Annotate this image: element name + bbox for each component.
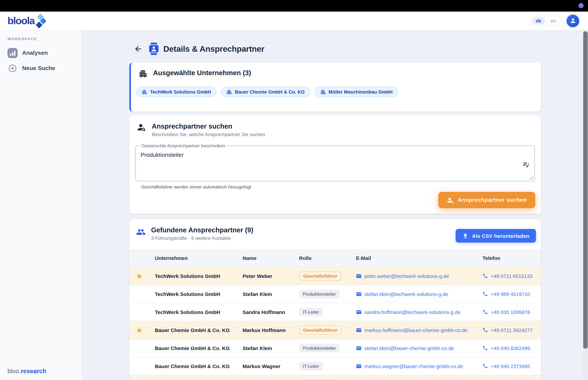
column-header: Unternehmen bbox=[149, 255, 236, 261]
table-row: ★ Bauer Chemie GmbH & Co. KG Markus Hoff… bbox=[129, 321, 541, 339]
contact-search-title: Ansprechpartner suchen bbox=[152, 122, 265, 130]
table-row: ★ Bauer Chemie GmbH & Co. KG Stefan Klei… bbox=[129, 339, 541, 357]
email-icon bbox=[356, 273, 362, 279]
email-text: markus.wagner@bauer-chemie-gmbh-co.de bbox=[364, 363, 463, 369]
cell-name: Stefan Klein bbox=[236, 291, 293, 297]
table-row: ★ TechWerk Solutions GmbH Peter Weber Ge… bbox=[129, 267, 541, 285]
contact-badge-icon bbox=[149, 42, 159, 55]
cell-company: TechWerk Solutions GmbH bbox=[149, 309, 236, 315]
search-field-value: Produktionsleiter bbox=[141, 152, 530, 158]
contact-search-card: Ansprechpartner suchen Beschreiben Sie, … bbox=[129, 115, 541, 214]
email-text: stefan.klein@techwerk-solutions-g.de bbox=[364, 291, 448, 297]
selected-companies-header: Ausgewählte Unternehmen (3) bbox=[135, 69, 535, 78]
phone-link[interactable]: +49 040 8362499 bbox=[476, 345, 541, 351]
email-icon bbox=[356, 345, 362, 351]
company-chip[interactable]: Bauer Chemie GmbH & Co. KG bbox=[221, 87, 310, 97]
email-link[interactable]: stefan.klein@techwerk-solutions-g.de bbox=[350, 291, 476, 297]
search-contacts-button[interactable]: Ansprechpartner suchen bbox=[438, 192, 535, 208]
role-badge: Produktionsleiter bbox=[299, 344, 340, 352]
phone-link[interactable]: +49 0711 3924277 bbox=[476, 327, 541, 333]
phone-icon bbox=[482, 309, 488, 315]
edit-note-icon[interactable] bbox=[522, 161, 530, 168]
lang-option-en[interactable]: en bbox=[547, 17, 560, 24]
phone-link[interactable]: +49 030 1095878 bbox=[476, 309, 541, 315]
star-icon: ★ bbox=[129, 326, 149, 334]
scrollbar-track bbox=[583, 30, 588, 380]
language-toggle: de | en bbox=[530, 16, 561, 26]
phone-link[interactable]: +49 069 4519710 bbox=[476, 291, 541, 297]
contacts-table: Unternehmen Name Rolle E-Mail Telefon ★ … bbox=[129, 249, 541, 380]
logo-diamonds-icon bbox=[35, 13, 47, 28]
email-text: markus.hoffmann@bauer-chemie-gmbh-co.de bbox=[364, 327, 468, 333]
bloola-logo[interactable]: bloola bbox=[7, 13, 47, 28]
role-badge: IT-Leiter bbox=[299, 308, 323, 316]
bar-chart-icon bbox=[7, 48, 18, 58]
sidebar-item-label: Neue Suche bbox=[22, 65, 55, 72]
cell-role: IT-Leiter bbox=[293, 362, 350, 370]
cell-name: Peter Weber bbox=[236, 273, 293, 279]
results-card: Gefundene Ansprechpartner (9) 3 Führungs… bbox=[129, 219, 541, 380]
download-csv-button-label: Als CSV herunterladen bbox=[472, 233, 530, 239]
phone-link[interactable]: +49 040 2373485 bbox=[476, 363, 541, 369]
arrow-left-icon bbox=[134, 44, 143, 53]
email-icon bbox=[356, 327, 362, 333]
cell-company: Bauer Chemie GmbH & Co. KG bbox=[149, 363, 236, 369]
results-subtitle: 3 Führungskräfte · 6 weitere Kontakte bbox=[151, 235, 253, 241]
column-header: Rolle bbox=[293, 255, 350, 261]
sidebar-item-analysen[interactable]: Analysen bbox=[7, 48, 82, 58]
status-dot bbox=[578, 3, 584, 8]
column-header: Name bbox=[236, 255, 293, 261]
phone-icon bbox=[482, 327, 488, 333]
cell-role: Produktionsleiter bbox=[293, 290, 350, 298]
email-link[interactable]: markus.hoffmann@bauer-chemie-gmbh-co.de bbox=[350, 327, 476, 333]
star-icon: ★ bbox=[129, 272, 149, 280]
email-icon bbox=[356, 363, 362, 369]
email-icon bbox=[356, 291, 362, 297]
email-icon bbox=[356, 309, 362, 315]
email-text: peter.weber@techwerk-solutions-g.de bbox=[364, 273, 449, 279]
download-csv-button[interactable]: Als CSV herunterladen bbox=[456, 229, 536, 243]
contact-search-subtitle: Beschreiben Sie, welche Ansprechpartner … bbox=[152, 132, 265, 137]
table-body: ★ TechWerk Solutions GmbH Peter Weber Ge… bbox=[129, 267, 541, 380]
email-link[interactable]: peter.weber@techwerk-solutions-g.de bbox=[350, 273, 476, 279]
phone-text: +49 0711 3924277 bbox=[491, 327, 532, 333]
download-icon bbox=[462, 232, 469, 239]
phone-link[interactable]: +49 0711 6515133 bbox=[476, 273, 541, 279]
company-chip[interactable]: Müller Maschinenbau GmbH bbox=[315, 87, 398, 97]
email-link[interactable]: stefan.klein@bauer-chemie-gmbh-co.de bbox=[350, 345, 476, 351]
person-search-icon bbox=[447, 196, 454, 204]
plus-circle-icon bbox=[8, 64, 17, 73]
page-header: Details & Ansprechpartner bbox=[133, 42, 541, 55]
results-title: Gefundene Ansprechpartner (9) bbox=[151, 226, 253, 234]
person-icon bbox=[569, 17, 576, 24]
back-button[interactable] bbox=[133, 44, 143, 54]
building-icon bbox=[142, 89, 147, 95]
email-link[interactable]: markus.wagner@bauer-chemie-gmbh-co.de bbox=[350, 363, 476, 369]
column-header: E-Mail bbox=[350, 255, 476, 261]
search-textarea[interactable]: Gewünschte Ansprechpartner beschreiben P… bbox=[135, 146, 535, 181]
role-badge: Geschäftsführer bbox=[299, 325, 341, 335]
resize-handle[interactable] bbox=[530, 176, 533, 180]
cell-company: Bauer Chemie GmbH & Co. KG bbox=[149, 345, 236, 351]
search-contacts-button-label: Ansprechpartner suchen bbox=[458, 197, 527, 203]
cell-role: IT-Leiter bbox=[293, 308, 350, 316]
phone-text: +49 030 1095878 bbox=[491, 309, 530, 315]
phone-text: +49 069 4519710 bbox=[491, 291, 530, 297]
cell-company: Bauer Chemie GmbH & Co. KG bbox=[149, 327, 236, 333]
email-text: sandra.hoffmann@techwerk-solutions-g.de bbox=[364, 309, 460, 315]
scrollbar-thumb[interactable] bbox=[583, 31, 588, 349]
table-row: ★ Müller Maschinenbau GmbH Thomas Klein … bbox=[129, 375, 541, 380]
company-chip[interactable]: TechWerk Solutions GmbH bbox=[136, 87, 216, 97]
sidebar-footer-brand: bloo.research bbox=[0, 362, 82, 380]
results-header: Gefundene Ansprechpartner (9) 3 Führungs… bbox=[129, 226, 541, 243]
sidebar-item-neue-suche[interactable]: Neue Suche bbox=[7, 64, 82, 73]
cell-role: Geschäftsführer bbox=[293, 325, 350, 335]
lang-option-de[interactable]: de bbox=[532, 17, 545, 24]
sidebar-section-label: WORKSPACE bbox=[7, 37, 82, 41]
user-avatar[interactable] bbox=[567, 15, 579, 27]
email-link[interactable]: sandra.hoffmann@techwerk-solutions-g.de bbox=[350, 309, 476, 315]
selected-companies-title: Ausgewählte Unternehmen (3) bbox=[153, 69, 251, 77]
sidebar: WORKSPACE Analysen Neue Suche bloo.resea… bbox=[0, 30, 82, 380]
phone-text: +49 040 2373485 bbox=[491, 363, 530, 369]
phone-icon bbox=[482, 291, 488, 297]
